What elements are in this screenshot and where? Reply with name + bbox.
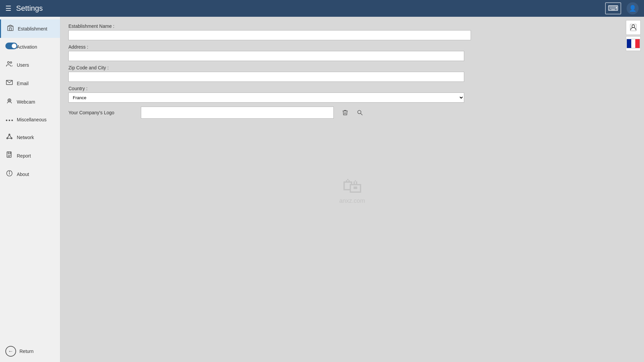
svg-point-22 bbox=[632, 25, 635, 27]
app-title: Settings bbox=[16, 4, 605, 13]
svg-line-25 bbox=[361, 114, 363, 115]
webcam-icon bbox=[5, 97, 13, 106]
svg-point-5 bbox=[8, 99, 11, 102]
right-icons-panel bbox=[626, 20, 641, 51]
logo-label: Your Company's Logo bbox=[68, 110, 136, 115]
sidebar-item-establishment[interactable]: Establishment bbox=[0, 19, 60, 38]
country-select[interactable]: France Germany Spain Italy United Kingdo… bbox=[68, 93, 464, 103]
svg-line-14 bbox=[9, 135, 11, 138]
sidebar-label-webcam: Webcam bbox=[17, 99, 35, 105]
sidebar-item-about[interactable]: About bbox=[0, 165, 60, 183]
svg-rect-1 bbox=[9, 28, 11, 31]
watermark-icon: 🛍 bbox=[339, 174, 365, 197]
watermark: 🛍 anxz.com bbox=[339, 174, 365, 204]
sidebar-item-activation[interactable]: Activation bbox=[0, 38, 60, 56]
flag-red bbox=[635, 39, 640, 48]
svg-rect-0 bbox=[8, 26, 13, 31]
country-row: Country : France Germany Spain Italy Uni… bbox=[68, 86, 636, 103]
sidebar-label-miscellaneous: Miscellaneous bbox=[17, 117, 47, 122]
sidebar-item-users[interactable]: Users bbox=[0, 56, 60, 74]
report-icon bbox=[5, 151, 13, 160]
svg-point-21 bbox=[9, 172, 9, 172]
sidebar-label-users: Users bbox=[17, 62, 29, 68]
svg-point-6 bbox=[9, 100, 10, 101]
sidebar-label-establishment: Establishment bbox=[18, 26, 47, 32]
svg-point-7 bbox=[6, 120, 7, 121]
svg-point-3 bbox=[10, 62, 12, 63]
miscellaneous-icon bbox=[5, 116, 13, 123]
return-button[interactable]: ← Return bbox=[0, 341, 60, 362]
sidebar-label-about: About bbox=[17, 172, 29, 177]
sidebar-item-network[interactable]: Network bbox=[0, 128, 60, 146]
flag-white bbox=[631, 39, 636, 48]
sidebar-label-report: Report bbox=[17, 153, 31, 159]
keyboard-icon[interactable]: ⌨ bbox=[605, 2, 621, 14]
sidebar-label-network: Network bbox=[17, 135, 34, 140]
delete-logo-button[interactable] bbox=[339, 107, 351, 119]
network-icon bbox=[5, 133, 13, 142]
logo-row: Your Company's Logo bbox=[68, 107, 636, 119]
profile-button[interactable] bbox=[626, 20, 641, 35]
sidebar-label-activation: Activation bbox=[17, 44, 37, 50]
users-icon bbox=[5, 60, 13, 69]
email-icon bbox=[5, 79, 13, 88]
establishment-name-input[interactable] bbox=[68, 30, 471, 40]
establishment-name-label: Establishment Name : bbox=[68, 23, 636, 29]
sidebar-item-email[interactable]: Email bbox=[0, 74, 60, 93]
sidebar-item-webcam[interactable]: Webcam bbox=[0, 93, 60, 111]
sidebar-label-email: Email bbox=[17, 81, 29, 86]
about-icon bbox=[5, 170, 13, 179]
sidebar-item-report[interactable]: Report bbox=[0, 146, 60, 165]
main-content: Establishment Name : Address : Zip Code … bbox=[60, 17, 644, 362]
france-flag bbox=[627, 39, 640, 48]
logo-input[interactable] bbox=[141, 107, 334, 119]
watermark-text: anxz.com bbox=[339, 197, 365, 204]
address-row: Address : bbox=[68, 44, 636, 61]
logo-actions bbox=[339, 107, 366, 119]
zip-code-row: Zip Code and City : bbox=[68, 65, 636, 82]
avatar-icon: 👤 bbox=[629, 5, 636, 12]
header: ☰ Settings ⌨ 👤 bbox=[0, 0, 644, 17]
establishment-icon bbox=[6, 24, 14, 33]
address-input[interactable] bbox=[68, 51, 464, 61]
return-label: Return bbox=[19, 349, 34, 354]
menu-icon[interactable]: ☰ bbox=[5, 4, 11, 12]
svg-point-24 bbox=[358, 110, 361, 114]
activation-icon bbox=[5, 43, 13, 51]
establishment-name-row: Establishment Name : bbox=[68, 23, 636, 40]
svg-point-9 bbox=[11, 120, 13, 121]
establishment-form: Establishment Name : Address : Zip Code … bbox=[68, 23, 636, 119]
zip-code-input[interactable] bbox=[68, 72, 464, 82]
address-label: Address : bbox=[68, 44, 636, 50]
sidebar: Establishment Activation Users bbox=[0, 17, 60, 362]
svg-point-2 bbox=[8, 62, 10, 64]
flag-blue bbox=[627, 39, 631, 48]
sidebar-item-miscellaneous[interactable]: Miscellaneous bbox=[0, 111, 60, 128]
svg-line-13 bbox=[7, 135, 9, 138]
avatar[interactable]: 👤 bbox=[627, 2, 639, 14]
main-layout: Establishment Activation Users bbox=[0, 17, 644, 362]
return-circle-icon: ← bbox=[5, 346, 16, 357]
svg-point-8 bbox=[9, 120, 10, 121]
zip-code-label: Zip Code and City : bbox=[68, 65, 636, 70]
flag-button[interactable] bbox=[626, 36, 641, 51]
search-logo-button[interactable] bbox=[354, 107, 366, 119]
country-label: Country : bbox=[68, 86, 636, 91]
